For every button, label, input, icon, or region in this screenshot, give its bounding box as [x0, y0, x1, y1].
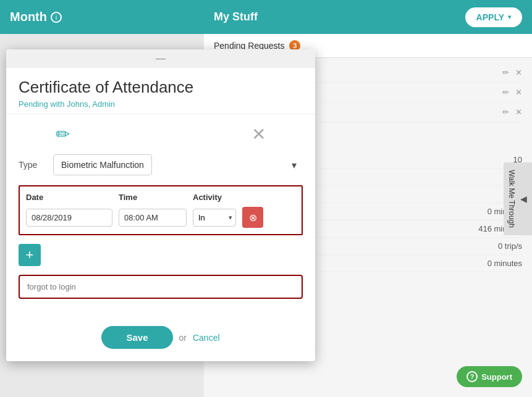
minimize-icon[interactable]: — — [156, 53, 166, 64]
edit-icon[interactable]: ✏ — [502, 68, 509, 77]
modal-minimize-bar: — — [6, 49, 315, 68]
time-input[interactable] — [119, 209, 187, 227]
add-row-button[interactable]: + — [19, 244, 41, 266]
modal-subtitle: Pending with Johns, Admin — [19, 99, 303, 109]
support-button[interactable]: ? Support — [457, 366, 522, 387]
activity-select[interactable]: In Out — [193, 209, 236, 227]
modal-title: Certificate of Attendance — [19, 78, 303, 97]
type-row: Type Biometric Malfunction Lost ID Other — [19, 154, 303, 175]
close-icon[interactable]: ✕ — [515, 88, 522, 97]
date-input[interactable] — [26, 209, 112, 227]
close-icon[interactable]: ✕ — [515, 68, 522, 77]
delete-icon: ⊗ — [249, 212, 257, 224]
dta-table: Date Time Activity In Out ⊗ — [19, 185, 303, 235]
dta-row: In Out ⊗ — [26, 207, 295, 228]
pencil-icon[interactable]: ✏ — [56, 124, 70, 144]
apply-button[interactable]: APPLY ▾ — [465, 7, 522, 27]
delete-row-button[interactable]: ⊗ — [242, 207, 263, 228]
edit-icon[interactable]: ✏ — [502, 107, 509, 117]
list-item-actions: ✏ ✕ — [502, 88, 522, 97]
type-select[interactable]: Biometric Malfunction Lost ID Other — [53, 154, 152, 175]
or-text: or — [179, 333, 187, 343]
plus-icon: + — [26, 247, 34, 263]
support-icon: ? — [467, 371, 478, 382]
info-icon[interactable]: i — [51, 12, 62, 23]
close-icon[interactable]: ✕ — [515, 107, 522, 117]
modal-body: ✏ ✕ Type Biometric Malfunction Lost ID O… — [6, 114, 315, 319]
certificate-modal: — Certificate of Attendance Pending with… — [6, 49, 315, 361]
comment-input[interactable] — [19, 275, 303, 299]
activity-select-wrapper: In Out — [193, 209, 236, 227]
dismiss-icon[interactable]: ✕ — [251, 124, 266, 144]
walk-me-through-button[interactable]: ◀ Walk Me Through — [504, 162, 532, 235]
modal-icons-row: ✏ ✕ — [19, 124, 303, 144]
type-label: Type — [19, 160, 43, 170]
type-select-wrapper: Biometric Malfunction Lost ID Other — [53, 154, 303, 175]
month-title: Month — [10, 10, 47, 24]
support-label: Support — [481, 372, 512, 382]
edit-icon[interactable]: ✏ — [502, 88, 509, 97]
list-item-actions: ✏ ✕ — [502, 68, 522, 77]
date-header: Date — [26, 193, 112, 202]
right-panel-header: My Stuff APPLY ▾ — [204, 0, 532, 34]
dta-header: Date Time Activity — [26, 193, 295, 202]
apply-chevron-icon: ▾ — [508, 14, 511, 20]
walk-me-through-arrow-icon: ◀ — [518, 193, 528, 203]
walk-me-through-label: Walk Me Through — [507, 169, 516, 227]
list-item-actions: ✏ ✕ — [502, 107, 522, 117]
modal-header: Certificate of Attendance Pending with J… — [6, 68, 315, 114]
cancel-link[interactable]: Cancel — [193, 333, 220, 343]
time-header: Time — [119, 193, 187, 202]
activity-header: Activity — [193, 193, 242, 202]
save-button[interactable]: Save — [101, 326, 172, 349]
my-stuff-title: My Stuff — [214, 10, 258, 23]
apply-label: APPLY — [476, 12, 504, 22]
modal-footer: Save or Cancel — [6, 319, 315, 361]
